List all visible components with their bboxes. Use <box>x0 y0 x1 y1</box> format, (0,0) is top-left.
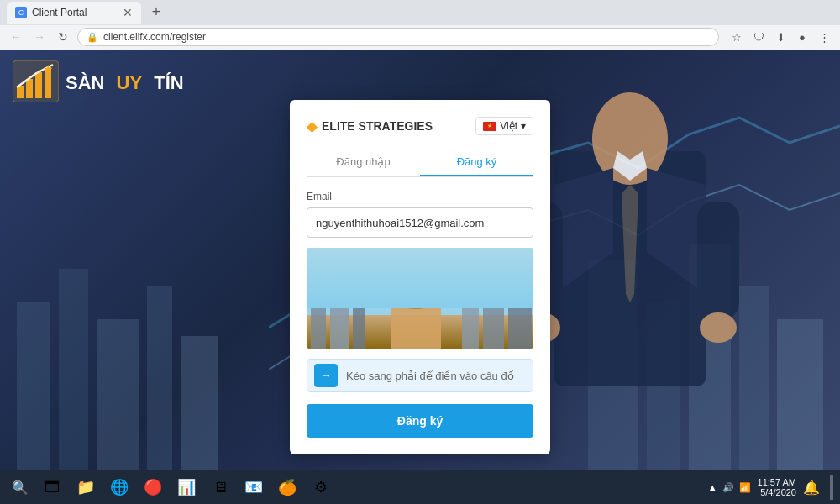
slider-label: Kéo sang phải để điền vào câu đố <box>346 370 514 382</box>
taskbar-system-icons: ▲ 🔊 📶 <box>708 482 751 493</box>
language-label: Việt <box>500 120 517 132</box>
flag-icon: ★ <box>483 122 496 131</box>
bookmark-icon[interactable]: ☆ <box>727 28 746 46</box>
browser-tabs: C Client Portal ✕ + <box>0 0 840 25</box>
logo-star: ★ <box>43 62 54 76</box>
taskbar-app-mail[interactable]: 📧 <box>239 473 269 501</box>
svg-rect-16 <box>697 202 739 319</box>
shield-icon[interactable]: 🛡 <box>749 28 768 46</box>
register-submit-button[interactable]: Đăng ký <box>307 404 533 438</box>
taskbar-volume-icon: 🔊 <box>722 482 734 493</box>
browser-nav: ← → ↻ 🔒 client.elifx.com/register ☆ 🛡 ⬇ … <box>0 25 840 50</box>
logo-text: SÀN UY TÍN <box>66 72 184 94</box>
svg-point-18 <box>700 312 737 343</box>
profile-icon[interactable]: ● <box>793 28 811 46</box>
language-selector[interactable]: ★ Việt ▾ <box>475 117 533 135</box>
taskbar-clock: 11:57 AM 5/4/2020 <box>758 477 796 497</box>
page-content: ★ SÀN UY TÍN ◆ ELITE STRATEGIES ★ Việt ▾ <box>0 50 840 504</box>
taskbar-desktop-icon[interactable] <box>830 475 833 500</box>
chevron-down-icon: ▾ <box>521 120 526 132</box>
logo-area: ★ SÀN UY TÍN <box>13 60 184 106</box>
svg-rect-4 <box>181 336 218 470</box>
reload-button[interactable]: ↻ <box>54 28 72 46</box>
taskbar-app-settings[interactable]: ⚙ <box>306 473 336 501</box>
tab-login[interactable]: Đăng nhập <box>307 149 420 176</box>
lock-icon: 🔒 <box>87 32 98 43</box>
taskbar-app-monitor[interactable]: 🖥 <box>205 473 235 501</box>
logo-uy: UY <box>117 72 143 94</box>
logo-tin: TÍN <box>154 72 183 94</box>
brand-title: ELITE STRATEGIES <box>322 119 433 133</box>
email-label: Email <box>307 191 533 202</box>
tab-close-button[interactable]: ✕ <box>123 6 133 19</box>
brand-icon: ◆ <box>307 118 317 134</box>
taskbar-right: ▲ 🔊 📶 11:57 AM 5/4/2020 🔔 <box>708 475 833 500</box>
tab-register[interactable]: Đăng ký <box>420 149 533 176</box>
captcha-sky <box>307 248 533 308</box>
taskbar-time-display: 11:57 AM <box>758 477 796 487</box>
svg-rect-9 <box>777 319 823 470</box>
address-bar[interactable]: 🔒 client.elifx.com/register <box>77 28 719 46</box>
register-card: ◆ ELITE STRATEGIES ★ Việt ▾ Đăng nhập Đă… <box>290 100 550 454</box>
tab-title: Client Portal <box>32 7 87 18</box>
browser-tab-active[interactable]: C Client Portal ✕ <box>7 2 141 24</box>
logo-san: SÀN <box>66 72 104 94</box>
browser-nav-icons: ☆ 🛡 ⬇ ● ⋮ <box>727 28 833 46</box>
taskbar-notification-icon[interactable]: 🔔 <box>803 480 820 496</box>
taskbar-app-chat[interactable]: 🗖 <box>37 473 67 501</box>
address-text: client.elifx.com/register <box>103 31 710 43</box>
taskbar-app-excel[interactable]: 📊 <box>171 473 202 501</box>
svg-rect-3 <box>147 286 172 470</box>
brand-name: ◆ ELITE STRATEGIES <box>307 118 433 134</box>
taskbar-app-chrome[interactable]: 🌐 <box>104 473 134 501</box>
email-input[interactable] <box>307 207 533 238</box>
captcha-slider[interactable]: → Kéo sang phải để điền vào câu đố <box>307 359 533 392</box>
taskbar-search-button[interactable]: 🔍 <box>7 474 34 501</box>
taskbar-app-red[interactable]: 🔴 <box>138 473 168 501</box>
svg-rect-1 <box>59 269 88 470</box>
taskbar-app-files[interactable]: 📁 <box>71 473 101 501</box>
tab-favicon: C <box>15 7 27 18</box>
slider-arrow-icon: → <box>314 364 338 387</box>
taskbar-app-orange[interactable]: 🍊 <box>272 473 302 501</box>
taskbar-date-display: 5/4/2020 <box>758 487 796 497</box>
taskbar: 🔍 🗖 📁 🌐 🔴 📊 🖥 📧 🍊 ⚙ ▲ 🔊 📶 11: <box>0 470 840 504</box>
back-button[interactable]: ← <box>7 28 25 46</box>
card-header: ◆ ELITE STRATEGIES ★ Việt ▾ <box>307 117 533 135</box>
svg-rect-2 <box>97 319 139 470</box>
download-icon[interactable]: ⬇ <box>771 28 790 46</box>
taskbar-network-icon: ▲ <box>708 482 717 492</box>
new-tab-button[interactable]: + <box>144 2 168 24</box>
browser-bar: C Client Portal ✕ + ← → ↻ 🔒 client.elifx… <box>0 0 840 50</box>
forward-button[interactable]: → <box>30 28 49 46</box>
taskbar-wifi-icon: 📶 <box>739 482 751 493</box>
captcha-image <box>307 248 533 349</box>
svg-rect-0 <box>17 302 50 470</box>
menu-icon[interactable]: ⋮ <box>815 28 833 46</box>
taskbar-apps: 🗖 📁 🌐 🔴 📊 🖥 📧 🍊 ⚙ <box>37 473 705 501</box>
auth-tabs: Đăng nhập Đăng ký <box>307 149 533 177</box>
